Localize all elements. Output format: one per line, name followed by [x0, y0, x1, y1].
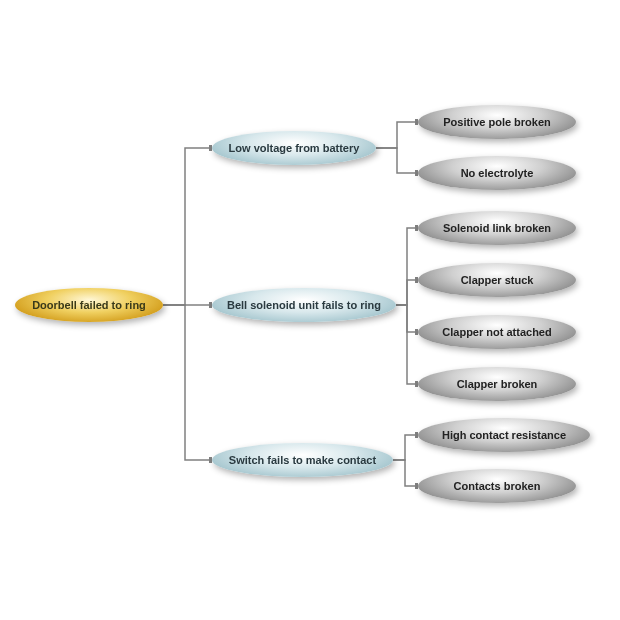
mid-label: Bell solenoid unit fails to ring	[227, 299, 381, 311]
leaf-label: Clapper broken	[457, 378, 538, 390]
leaf-label: Clapper stuck	[461, 274, 534, 286]
leaf-label: Contacts broken	[454, 480, 541, 492]
root-label: Doorbell failed to ring	[32, 299, 146, 311]
mid-node-0: Low voltage from battery	[212, 131, 376, 165]
leaf-label: High contact resistance	[442, 429, 566, 441]
leaf-node-7: Contacts broken	[418, 469, 576, 503]
leaf-label: Clapper not attached	[442, 326, 551, 338]
leaf-node-2: Solenoid link broken	[418, 211, 576, 245]
leaf-node-5: Clapper broken	[418, 367, 576, 401]
mid-node-1: Bell solenoid unit fails to ring	[212, 288, 396, 322]
mid-label: Switch fails to make contact	[229, 454, 376, 466]
leaf-node-3: Clapper stuck	[418, 263, 576, 297]
leaf-node-4: Clapper not attached	[418, 315, 576, 349]
leaf-node-6: High contact resistance	[418, 418, 590, 452]
root-node: Doorbell failed to ring	[15, 288, 163, 322]
leaf-label: Positive pole broken	[443, 116, 551, 128]
mid-node-2: Switch fails to make contact	[212, 443, 393, 477]
mid-label: Low voltage from battery	[229, 142, 360, 154]
leaf-label: Solenoid link broken	[443, 222, 551, 234]
leaf-label: No electrolyte	[461, 167, 534, 179]
leaf-node-0: Positive pole broken	[418, 105, 576, 139]
leaf-node-1: No electrolyte	[418, 156, 576, 190]
